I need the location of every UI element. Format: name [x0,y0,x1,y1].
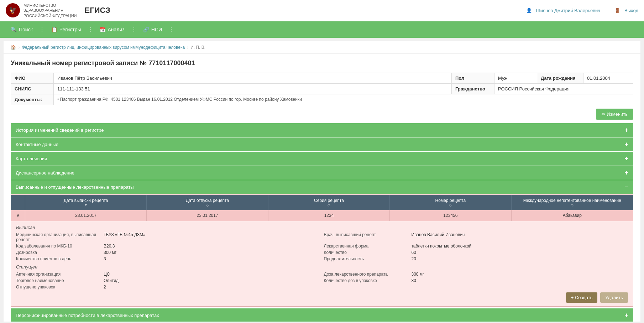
nav-sep-4: ⋮ [168,26,174,33]
col-nomer: 123456 [390,210,511,221]
section-dispensary-label: Диспансерное наблюдение [16,170,74,176]
kolichestvo-row: Количество 60 [324,250,628,255]
kod-mkb-row: Код заболевания по МКБ-10 B20.3 [16,244,320,249]
sort-arrow-3: ◇ [449,203,452,207]
edit-action-bar: ✏ Изменить [11,109,633,120]
torg-naim-row: Торговое наименование Олитид [16,278,320,283]
page-title: Уникальный номер регистровой записи № 77… [11,59,633,67]
lek-forma-row: Лекарственная форма таблетки покрытые об… [324,244,628,249]
kol-doz-upak-value: 30 [412,278,628,283]
apteka-row: Аптечная организация ЦС [16,272,320,277]
section-contacts-label: Контактные данные [16,142,58,147]
system-name: ЕГИСЗ [84,6,110,15]
section-contacts[interactable]: Контактные данные + [11,137,633,151]
prodolzhitelnost-row: Продолжительность 20 [324,256,628,261]
breadcrumb-register-link[interactable]: Федеральный регистр лиц, инфицированных … [22,45,185,50]
user-icon: 👤 [526,8,532,13]
detail-otpushen-grid: Аптечная организация ЦС Доза лекарственн… [16,272,628,290]
med-detail: Выписан Медицинская организация, выписав… [11,221,633,307]
section-personified-toggle: + [624,312,628,319]
search-icon: 🔍 [11,27,17,32]
nav-sep-1: ⋮ [39,26,45,33]
nav-bar: 🔍 Поиск ⋮ 📋 Регистры ⋮ 📅 Анализ ⋮ 🔗 НСИ … [0,21,644,38]
section-contacts-toggle: + [624,141,628,148]
delete-button[interactable]: Удалить [600,292,628,303]
section-dispensary[interactable]: Диспансерное наблюдение + [11,166,633,180]
doza-prep-row: Доза лекарственного препарата 300 мг [324,272,628,277]
section-dispensary-toggle: + [624,169,628,177]
status-otpushen: Отпущен [16,264,628,270]
logo-area: 🦅 МИНИСТЕРСТВО ЗДРАВООХРАНЕНИЯ РОССИЙСКО… [6,3,110,18]
home-icon[interactable]: 🏠 [11,45,16,50]
ministry-text: МИНИСТЕРСТВО ЗДРАВООХРАНЕНИЯ РОССИЙСКОЙ … [23,3,77,18]
section-medications-label: Выписанные и отпущенные лекарственные пр… [16,184,134,190]
lek-forma-value: таблетки покрытые оболочкой [412,244,628,249]
docs-label: Документы: [11,94,54,105]
col-h-nomer[interactable]: Номер рецепта ◇ [390,195,511,210]
section-medications-toggle: − [624,183,628,191]
separator: ⋮ [604,7,610,14]
detail-actions: + Создать Удалить [16,292,628,303]
edit-button[interactable]: ✏ Изменить [596,109,633,120]
nav-nsi[interactable]: 🔗 НСИ [138,24,167,35]
dob-value: 01.01.2004 [583,73,633,83]
nav-analysis[interactable]: 📅 Анализ [95,24,130,35]
dozirovka-row: Дозировка 300 мг [16,250,320,255]
section-personified[interactable]: Персонифицированные потребности в лекарс… [11,308,633,322]
ministry-emblem: 🦅 [6,3,20,17]
breadcrumb-sep-1: › [18,45,20,50]
fio-label: ФИО [11,73,54,83]
patient-table: ФИО Иванов Пётр Васильевич Пол Муж Дата … [11,73,633,105]
col-expand[interactable]: ∨ [11,210,25,221]
otpusheno-upak-row: Отпущено упаковок 2 [16,285,320,290]
pol-value: Муж [494,73,537,83]
section-history-toggle: + [624,126,628,134]
prodolzhitelnost-label: Продолжительность [324,256,409,261]
section-history-label: История изменений сведений в регистре [16,127,104,133]
col-h-date-otpuska[interactable]: Дата отпуска рецепта ◇ [147,195,268,210]
nav-search[interactable]: 🔍 Поиск [6,24,38,35]
prodolzhitelnost-value: 20 [412,256,628,261]
otpusheno-upak-value: 2 [104,285,320,290]
patient-row-1: ФИО Иванов Пётр Васильевич Пол Муж Дата … [11,73,633,83]
section-treatment[interactable]: Карта лечения + [11,152,633,166]
bottom-section: Персонифицированные потребности в лекарс… [11,308,633,322]
logout-button[interactable]: Выход [624,8,638,13]
torg-naim-value: Олитид [104,278,320,283]
kol-doz-upak-row: Количество доз в упаковке 30 [324,278,628,283]
priemov-label: Количество приемов в день [16,256,101,261]
dozirovka-value: 300 мг [104,250,320,255]
med-org-row: Медицинская организация, выписавшая реце… [16,232,320,242]
torg-naim-label: Торговое наименование [16,278,101,283]
section-medications-header[interactable]: Выписанные и отпущенные лекарственные пр… [11,180,633,194]
doza-prep-value: 300 мг [412,272,628,277]
section-history[interactable]: История изменений сведений в регистре + [11,123,633,137]
otpusheno-upak-label: Отпущено упаковок [16,285,101,290]
col-h-seria[interactable]: Серия рецепта ◇ [268,195,390,210]
pol-label: Пол [452,73,494,83]
kol-doz-upak-label: Количество доз в упаковке [324,278,409,283]
med-table-row: ∨ 23.01.2017 23.01.2017 1234 123456 Абак… [11,210,633,221]
vrach-value: Иванов Василий Иванович [412,232,628,242]
vrach-row: Врач, выписавший рецепт Иванов Василий И… [324,232,628,242]
content-area: 🏠 › Федеральный регистр лиц, инфицирован… [0,38,644,322]
logout-icon: 🚪 [614,8,620,13]
detail-vypisan-grid: Медицинская организация, выписавшая реце… [16,232,628,261]
top-right-area: 👤 Шиянов Дмитрий Валерьевич ⋮ 🚪 Выход [526,7,638,14]
col-mnn: Абакавир [512,210,633,221]
create-button[interactable]: + Создать [566,292,598,303]
dozirovka-label: Дозировка [16,250,101,255]
nav-registries[interactable]: 📋 Регистры [46,24,86,35]
col-h-date-vypiski[interactable]: Дата выписки рецепта ▼ [25,195,147,210]
col-h-mnn[interactable]: Международное непатентованное наименован… [512,195,633,210]
nav-sep-3: ⋮ [131,26,137,33]
lek-forma-label: Лекарственная форма [324,244,409,249]
user-name: Шиянов Дмитрий Валерьевич [536,8,600,13]
dob-label: Дата рождения [537,73,583,83]
snils-value: 111-111-133 51 [54,83,452,94]
fio-value: Иванов Пётр Васильевич [54,73,452,83]
sort-arrow-1: ◇ [206,203,209,207]
doza-prep-label: Доза лекарственного препарата [324,272,409,277]
col-date-vypiski: 23.01.2017 [25,210,147,221]
med-org-label: Медицинская организация, выписавшая реце… [16,232,101,242]
